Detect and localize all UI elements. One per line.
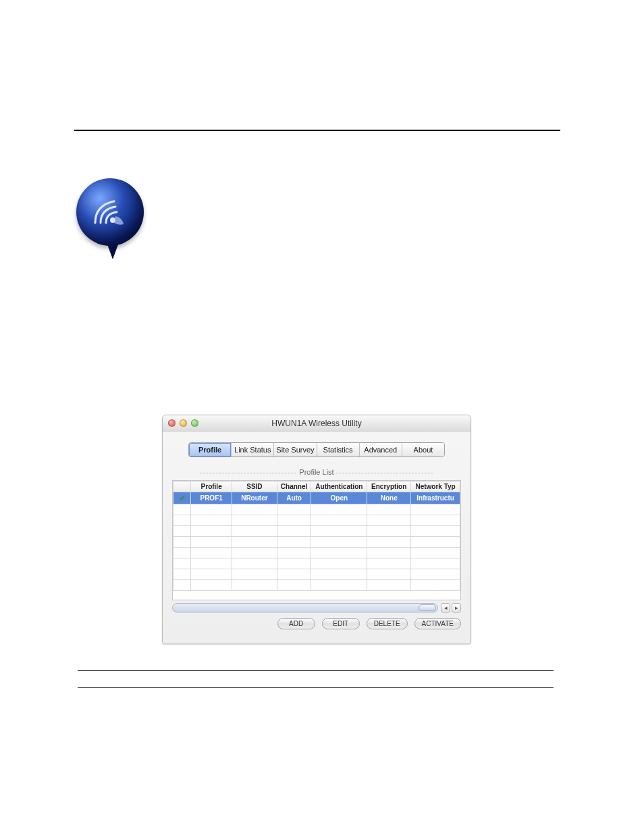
col-channel[interactable]: Channel [277, 481, 311, 492]
check-icon [178, 494, 187, 502]
window-title: HWUN1A Wireless Utility [163, 419, 471, 428]
table-row[interactable]: PROF1 NRouter Auto Open None Infrastruct… [173, 492, 460, 504]
tab-link-status[interactable]: Link Status [232, 443, 274, 457]
table-row[interactable] [173, 526, 460, 537]
table-row[interactable] [173, 548, 460, 558]
panel-heading: ------------------------------- Profile … [172, 468, 461, 476]
tab-statistics[interactable]: Statistics [317, 443, 360, 457]
window-titlebar[interactable]: HWUN1A Wireless Utility [163, 415, 471, 432]
col-network-type[interactable]: Network Typ [411, 481, 460, 492]
table-row[interactable] [173, 537, 460, 548]
table-row[interactable] [173, 504, 460, 515]
activate-button[interactable]: ACTIVATE [414, 618, 461, 629]
active-indicator [173, 492, 191, 504]
cell-profile: PROF1 [191, 492, 232, 504]
edit-button[interactable]: EDIT [322, 618, 360, 629]
table-row[interactable] [173, 515, 460, 526]
tab-bar: Profile Link Status Site Survey Statisti… [188, 442, 445, 457]
wireless-utility-window: HWUN1A Wireless Utility Profile Link Sta… [162, 415, 471, 644]
divider-top [74, 130, 560, 131]
close-icon[interactable] [168, 419, 176, 427]
tab-site-survey[interactable]: Site Survey [274, 443, 317, 457]
delete-button[interactable]: DELETE [367, 618, 408, 629]
table-row[interactable] [173, 558, 460, 569]
add-button[interactable]: ADD [277, 618, 315, 629]
cell-ssid: NRouter [232, 492, 277, 504]
cell-network-type: Infrastructu [411, 492, 460, 504]
col-profile[interactable]: Profile [191, 481, 232, 492]
cell-encryption: None [367, 492, 411, 504]
app-icon [76, 178, 145, 261]
tab-profile[interactable]: Profile [189, 443, 232, 457]
tab-about[interactable]: About [402, 443, 444, 457]
table-header-row: Profile SSID Channel Authentication Encr… [173, 481, 460, 492]
minimize-icon[interactable] [180, 419, 187, 427]
profile-table[interactable]: Profile SSID Channel Authentication Encr… [172, 480, 461, 600]
col-encryption[interactable]: Encryption [367, 481, 411, 492]
table-row[interactable] [173, 569, 460, 580]
scroll-right-icon[interactable]: ▸ [452, 603, 461, 613]
tab-advanced[interactable]: Advanced [360, 443, 402, 457]
divider-bottom-2 [78, 687, 554, 688]
wireless-signal-icon [88, 193, 132, 231]
cell-channel: Auto [277, 492, 311, 504]
table-row[interactable] [173, 580, 460, 591]
panel-title-text: Profile List [299, 468, 333, 476]
horizontal-scrollbar[interactable] [172, 603, 438, 613]
col-status[interactable] [173, 481, 191, 492]
cell-authentication: Open [311, 492, 367, 504]
zoom-icon[interactable] [191, 419, 198, 427]
scrollbar-thumb[interactable] [419, 604, 436, 611]
divider-bottom-1 [78, 670, 554, 671]
scroll-left-icon[interactable]: ◂ [441, 603, 450, 613]
col-ssid[interactable]: SSID [232, 481, 277, 492]
col-authentication[interactable]: Authentication [311, 481, 367, 492]
